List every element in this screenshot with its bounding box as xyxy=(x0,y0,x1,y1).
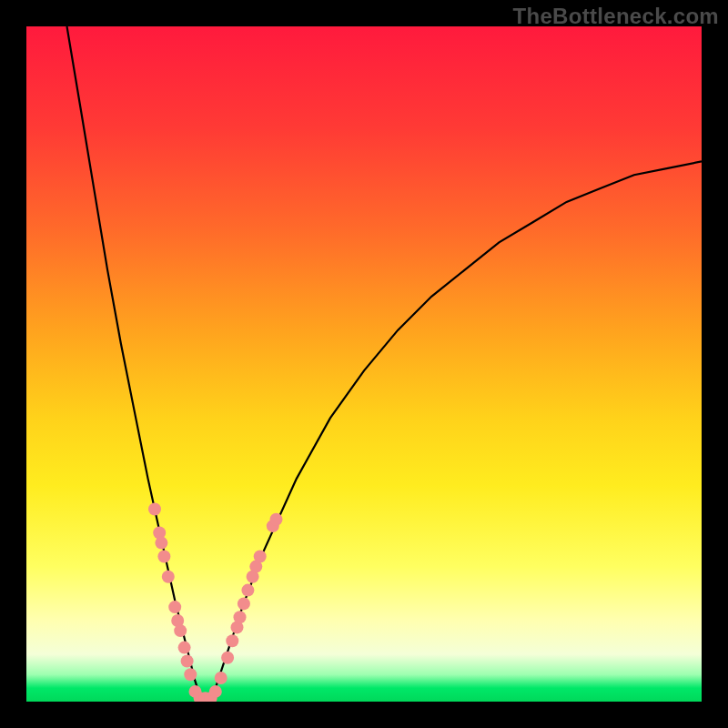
curve-marker xyxy=(241,584,254,597)
curve-marker xyxy=(168,601,181,613)
watermark-text: TheBottleneck.com xyxy=(513,4,719,29)
curve-marker xyxy=(270,513,283,526)
curve-markers xyxy=(148,503,283,703)
curve-marker xyxy=(148,503,161,516)
curve-marker xyxy=(155,537,167,550)
bottleneck-curve-svg xyxy=(26,26,702,702)
curve-marker xyxy=(157,551,170,563)
curve-marker xyxy=(209,685,222,698)
curve-marker xyxy=(162,571,175,583)
curve-marker xyxy=(226,634,238,647)
curve-marker xyxy=(221,652,234,664)
curve-marker xyxy=(215,672,228,684)
curve-marker xyxy=(254,551,267,563)
curve-marker xyxy=(184,668,197,681)
plot-area xyxy=(26,26,702,702)
curve-marker xyxy=(238,597,250,610)
curve-marker xyxy=(178,642,191,654)
curve-marker xyxy=(234,611,247,623)
chart-frame: TheBottleneck.com xyxy=(0,0,728,728)
curve-marker xyxy=(181,655,194,668)
bottleneck-curve xyxy=(67,26,703,702)
curve-marker xyxy=(174,624,187,637)
